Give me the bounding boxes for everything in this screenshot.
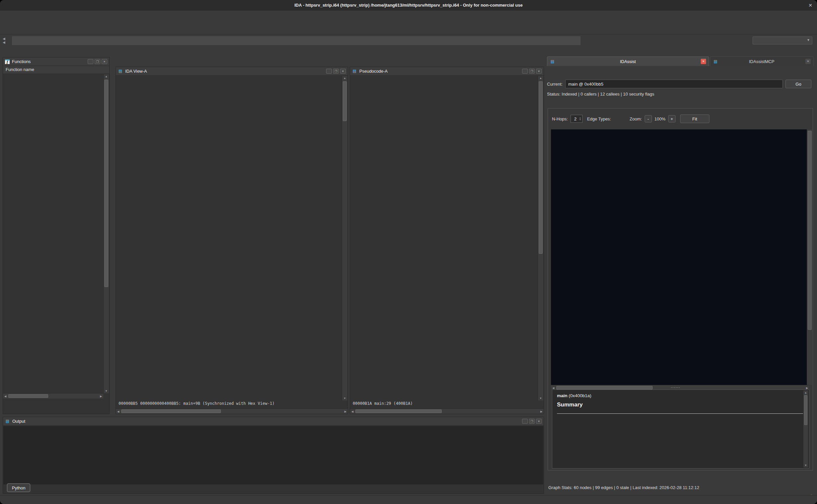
pseudocode-listing[interactable] — [350, 76, 538, 400]
navigation-band-row: ◀◀ ▼ — [0, 36, 817, 46]
title-bar: IDA - httpsrv_strip.i64 (httpsrv_strip) … — [0, 0, 817, 11]
ida-view-title: ▤ IDA View-A ❐✕ — [116, 67, 348, 76]
output-title: ▤ Output ❐✕ — [3, 417, 544, 426]
listing-icon: ▤ — [118, 69, 123, 74]
output-icon: ▤ — [5, 419, 10, 424]
ida-view-title-label: IDA View-A — [125, 69, 147, 74]
restore-icon[interactable]: ❐ — [529, 69, 535, 74]
band-filter-dropdown[interactable]: ▼ — [753, 36, 812, 44]
close-icon[interactable]: ✕ — [536, 69, 542, 74]
close-icon[interactable]: ✕ — [340, 69, 346, 74]
function-list — [3, 74, 103, 393]
idassist-panel: ▤ IDAssist ✕ ▤ IDAssistMCP ✕ Current: ma… — [546, 56, 814, 500]
restore-icon[interactable]: ❐ — [529, 419, 535, 424]
output-log[interactable] — [3, 426, 543, 484]
tab-label: IDAssistMCP — [718, 59, 805, 64]
summary-heading: Summary — [557, 401, 809, 408]
filter-icon: ▼ — [807, 38, 810, 42]
function-icon: f — [5, 59, 10, 64]
index-status: Status: Indexed | 0 callers | 12 callees… — [547, 92, 654, 97]
current-input[interactable]: main @ 0x400bb5 — [565, 80, 783, 88]
splitter-handle[interactable]: •••••• — [671, 386, 681, 389]
navigation-band[interactable] — [12, 36, 580, 45]
graph-box: N-Hops: 2▲▼ Edge Types: Zoom: - 100% + F… — [548, 108, 813, 470]
ida-view-panel: ▤ IDA View-A ❐✕ ▲ ▼ 00000BB5 00000000004… — [115, 67, 348, 414]
minimize-icon[interactable] — [522, 69, 528, 74]
go-button[interactable]: Go — [785, 80, 811, 88]
listing-icon: ▤ — [352, 69, 357, 74]
close-tab-icon[interactable]: ✕ — [805, 59, 811, 64]
panel-icon: ▤ — [713, 59, 718, 64]
function-name-header[interactable]: Function name — [3, 66, 109, 74]
python-tab-button[interactable]: Python — [7, 483, 30, 492]
tab-idassist[interactable]: ▤ IDAssist ✕ — [547, 56, 709, 66]
pseudo-status: 00000B1A main:29 (400B1A) — [350, 401, 544, 408]
tab-idassistmcp[interactable]: ▤ IDAssistMCP ✕ — [710, 56, 814, 66]
functions-panel-title: f Functions ❐✕ — [3, 57, 109, 66]
band-scroll-left-icon[interactable]: ◀◀ — [3, 37, 5, 44]
scroll-up-icon[interactable]: ▲ — [104, 75, 109, 78]
scroll-left-icon[interactable]: ◀ — [4, 395, 7, 398]
disasm-hscrollbar[interactable]: ◀ ▶ — [116, 408, 348, 414]
menu-bar — [0, 13, 817, 23]
scroll-right-icon[interactable]: ▶ — [99, 395, 103, 398]
pseudocode-title-label: Pseudocode-A — [359, 69, 388, 74]
idassist-tabs: ▤ IDAssist ✕ ▤ IDAssistMCP ✕ — [547, 56, 814, 66]
zoom-in-button[interactable]: + — [668, 115, 676, 122]
current-row: Current: main @ 0x400bb5 Go — [547, 80, 814, 88]
disassembly-listing[interactable] — [116, 76, 342, 400]
window-title: IDA - httpsrv_strip.i64 (httpsrv_strip) … — [294, 3, 522, 8]
nhops-label: N-Hops: — [552, 116, 568, 121]
disasm-status: 00000BB5 0000000000400BB5: main+9B (Sync… — [116, 401, 348, 408]
minimize-icon[interactable] — [522, 419, 528, 424]
graph-toolbar: N-Hops: 2▲▼ Edge Types: Zoom: - 100% + F… — [552, 114, 709, 123]
output-title-label: Output — [12, 419, 25, 424]
scroll-thumb[interactable] — [8, 394, 48, 398]
close-tab-icon[interactable]: ✕ — [701, 59, 706, 64]
pseudo-vscrollbar[interactable]: ▲ ▼ — [538, 76, 543, 400]
output-panel: ▤ Output ❐✕ Python — [3, 417, 544, 494]
fit-button[interactable]: Fit — [680, 114, 709, 123]
functions-panel: f Functions ❐✕ Function name ▲ ▼ ◀ ▶ — [3, 57, 110, 414]
pseudocode-panel: ▤ Pseudocode-A ❐✕ ▲ ▼ 00000B1A main:29 (… — [350, 67, 544, 414]
detail-vscrollbar[interactable]: ▲ ▼ — [803, 391, 808, 468]
graph-vscrollbar[interactable] — [807, 129, 812, 385]
nhops-stepper[interactable]: 2▲▼ — [570, 115, 582, 123]
pseudocode-title: ▤ Pseudocode-A ❐✕ — [350, 67, 544, 76]
scroll-thumb[interactable] — [104, 80, 108, 287]
toolbar — [0, 24, 817, 35]
close-icon[interactable]: ✕ — [536, 419, 542, 424]
pseudo-hscrollbar[interactable]: ◀ ▶ — [350, 408, 544, 414]
panel-window-buttons: ❐✕ — [88, 59, 107, 64]
semantic-graph-canvas[interactable] — [551, 129, 809, 385]
minimize-icon[interactable] — [88, 59, 93, 64]
edge-types-label: Edge Types: — [587, 116, 611, 121]
close-icon[interactable]: ✕ — [102, 59, 107, 64]
functions-title-label: Functions — [12, 59, 31, 64]
scroll-down-icon[interactable]: ▼ — [104, 390, 109, 393]
restore-icon[interactable]: ❐ — [333, 69, 339, 74]
graph-stats: Graph Stats: 60 nodes | 99 edges | 0 sta… — [548, 485, 699, 490]
function-detail-pane: main (0x400b1a) Summary — [552, 390, 809, 468]
zoom-label: Zoom: — [630, 116, 642, 121]
zoom-out-button[interactable]: - — [645, 115, 652, 122]
disasm-vscrollbar[interactable]: ▲ ▼ — [342, 76, 347, 400]
functions-vscrollbar[interactable]: ▲ ▼ — [103, 74, 109, 393]
close-icon[interactable]: ✕ — [808, 0, 812, 11]
functions-hscrollbar[interactable]: ◀ ▶ — [3, 393, 103, 398]
detail-function-header: main (0x400b1a) — [557, 393, 809, 398]
restore-icon[interactable]: ❐ — [95, 59, 100, 64]
index-status-text: Status: Indexed | 0 callers | 12 callees… — [547, 92, 654, 97]
minimize-icon[interactable] — [326, 69, 332, 74]
ida-window: IDA - httpsrv_strip.i64 (httpsrv_strip) … — [0, 0, 817, 504]
status-bar — [0, 495, 817, 504]
current-label: Current: — [547, 82, 562, 87]
panel-icon: ▤ — [550, 59, 555, 64]
tab-label: IDAssist — [555, 59, 701, 64]
zoom-value: 100% — [655, 116, 666, 121]
